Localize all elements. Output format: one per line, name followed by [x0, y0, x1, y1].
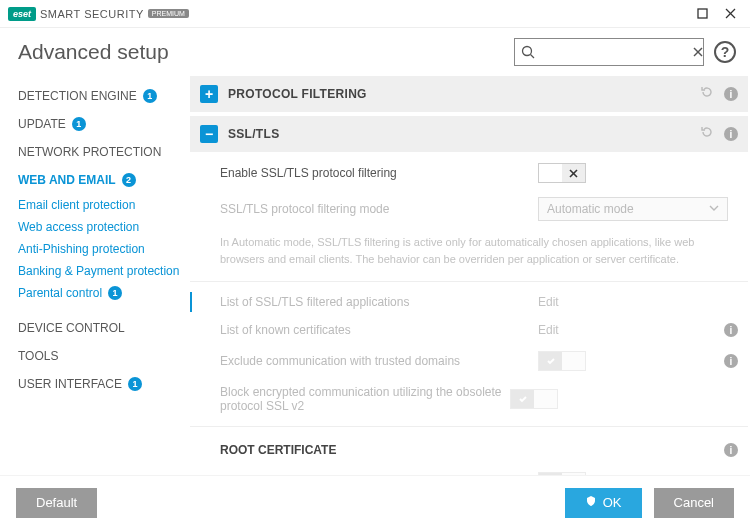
collapse-icon[interactable]: − — [200, 125, 218, 143]
mode-description: In Automatic mode, SSL/TLS filtering is … — [190, 228, 748, 282]
sidebar-sub-banking-payment[interactable]: Banking & Payment protection — [18, 260, 190, 282]
ok-button[interactable]: OK — [565, 488, 642, 518]
check-icon — [539, 352, 562, 370]
sidebar: DETECTION ENGINE1 UPDATE1 NETWORK PROTEC… — [0, 76, 190, 506]
svg-line-4 — [531, 55, 535, 59]
revert-icon[interactable] — [700, 125, 714, 143]
sidebar-item-update[interactable]: UPDATE1 — [18, 110, 190, 138]
expand-icon[interactable]: + — [200, 85, 218, 103]
help-button[interactable]: ? — [714, 41, 736, 63]
info-icon[interactable]: i — [724, 443, 738, 457]
sidebar-item-detection-engine[interactable]: DETECTION ENGINE1 — [18, 82, 190, 110]
badge-icon: 2 — [122, 173, 136, 187]
svg-rect-0 — [698, 9, 707, 18]
sidebar-sub-anti-phishing[interactable]: Anti-Phishing protection — [18, 238, 190, 260]
row-list-certs: List of known certificates Editi — [190, 316, 748, 344]
info-icon[interactable]: i — [724, 87, 738, 101]
sidebar-item-tools[interactable]: TOOLS — [18, 342, 190, 370]
section-protocol-filtering[interactable]: + PROTOCOL FILTERING i — [190, 76, 748, 112]
info-icon[interactable]: i — [724, 127, 738, 141]
sidebar-sub-parental-control[interactable]: Parental control1 — [18, 282, 190, 304]
content-pane: + PROTOCOL FILTERING i − SSL/TLS i Enabl… — [190, 76, 750, 506]
info-icon[interactable]: i — [724, 354, 738, 368]
search-input[interactable] — [535, 45, 693, 59]
cancel-button[interactable]: Cancel — [654, 488, 734, 518]
toggle-exclude-trusted — [538, 351, 586, 371]
info-icon[interactable]: i — [724, 323, 738, 337]
row-block-sslv2: Block encrypted communication utilizing … — [190, 378, 748, 420]
sidebar-item-device-control[interactable]: DEVICE CONTROL — [18, 314, 190, 342]
footer: Default OK Cancel — [0, 475, 750, 529]
window-close-icon[interactable] — [722, 6, 738, 22]
brand-tier: PREMIUM — [148, 9, 189, 18]
chevron-down-icon — [709, 202, 719, 216]
row-exclude-trusted: Exclude communication with trusted domai… — [190, 344, 748, 378]
x-icon — [562, 164, 585, 182]
row-list-apps: List of SSL/TLS filtered applications Ed… — [190, 288, 748, 316]
subsection-root-certificate: ROOT CERTIFICATE i — [190, 426, 748, 465]
select-filtering-mode: Automatic mode — [538, 197, 728, 221]
window-maximize-icon[interactable] — [694, 6, 710, 22]
row-filtering-mode: SSL/TLS protocol filtering mode Automati… — [190, 190, 748, 228]
badge-icon: 1 — [143, 89, 157, 103]
check-icon — [511, 390, 534, 408]
search-box[interactable] — [514, 38, 704, 66]
titlebar: eset SMART SECURITY PREMIUM — [0, 0, 750, 28]
svg-point-3 — [523, 47, 532, 56]
row-enable-ssl: Enable SSL/TLS protocol filtering — [190, 156, 748, 190]
edit-link-certs: Edit — [538, 323, 559, 337]
toggle-block-sslv2 — [510, 389, 558, 409]
badge-icon: 1 — [72, 117, 86, 131]
section-ssl-tls[interactable]: − SSL/TLS i — [190, 116, 748, 152]
header: Advanced setup ? — [0, 28, 750, 76]
search-icon — [521, 45, 535, 59]
brand-logo: eset — [8, 7, 36, 21]
sidebar-item-user-interface[interactable]: USER INTERFACE1 — [18, 370, 190, 398]
clear-search-icon[interactable] — [693, 43, 703, 61]
brand-name: SMART SECURITY — [40, 8, 144, 20]
sidebar-item-web-and-email[interactable]: WEB AND EMAIL2 — [18, 166, 190, 194]
sidebar-item-network-protection[interactable]: NETWORK PROTECTION — [18, 138, 190, 166]
page-title: Advanced setup — [18, 40, 169, 64]
badge-icon: 1 — [108, 286, 122, 300]
toggle-enable-ssl[interactable] — [538, 163, 586, 183]
edit-link-apps: Edit — [538, 295, 559, 309]
sidebar-sub-email-client[interactable]: Email client protection — [18, 194, 190, 216]
badge-icon: 1 — [128, 377, 142, 391]
sidebar-sub-web-access[interactable]: Web access protection — [18, 216, 190, 238]
revert-icon[interactable] — [700, 85, 714, 103]
brand: eset SMART SECURITY PREMIUM — [4, 7, 189, 21]
default-button[interactable]: Default — [16, 488, 97, 518]
shield-icon — [585, 495, 597, 510]
